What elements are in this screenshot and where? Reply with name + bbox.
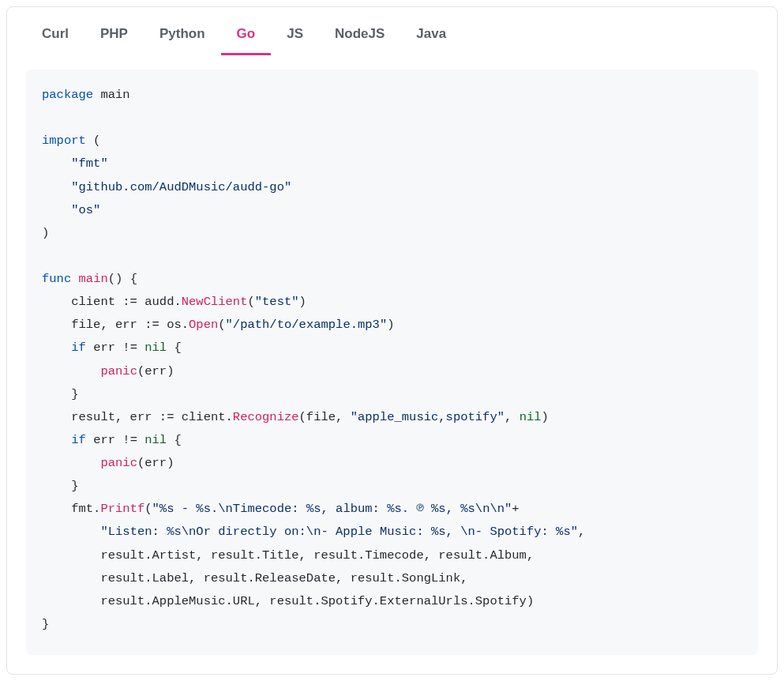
code-token-plain: result.Label, result.ReleaseDate, result… (42, 571, 468, 585)
code-token-plain: ) (387, 318, 394, 332)
code-token-kw: func (42, 272, 71, 286)
code-example-card: CurlPHPPythonGoJSNodeJSJava package main… (6, 6, 778, 675)
code-token-str: "test" (255, 295, 299, 309)
code-token-kw: package (42, 88, 93, 102)
code-token-builtin: nil (520, 410, 542, 424)
code-token-plain: (err) (137, 364, 174, 378)
code-token-plain (42, 456, 100, 470)
code-token-plain: fmt. (42, 502, 100, 516)
code-token-plain: } (42, 617, 49, 631)
code-token-plain: { (167, 341, 182, 355)
code-token-kw: import (42, 134, 86, 148)
code-token-str: "%s - %s.\nTimecode: %s, album: %s. ℗ %s… (152, 502, 512, 516)
code-token-plain: ( (247, 295, 254, 309)
code-token-kw: if (71, 341, 86, 355)
code-token-str: "/path/to/example.mp3" (226, 318, 388, 332)
code-token-str: "Listen: %s\nOr directly on:\n- Apple Mu… (100, 525, 578, 539)
code-token-str: "fmt" (71, 156, 108, 171)
code-token-str: "os" (71, 203, 100, 217)
code-token-plain: client := audd. (42, 295, 182, 309)
code-token-str: "apple_music,spotify" (351, 410, 505, 424)
code-token-plain: result.Artist, result.Title, result.Time… (42, 548, 534, 563)
code-token-plain (42, 433, 71, 447)
code-token-fn: Recognize (233, 410, 299, 424)
code-token-plain: } (42, 479, 79, 493)
code-token-fn: NewClient (182, 295, 248, 309)
code-token-plain: (err) (137, 456, 174, 470)
code-token-plain: ) (42, 226, 49, 240)
code-token-str: "github.com/AudDMusic/audd-go" (71, 180, 291, 194)
tab-js[interactable]: JS (271, 18, 319, 55)
code-block: package main import ( "fmt" "github.com/… (26, 70, 758, 655)
code-token-fn: Open (189, 318, 218, 332)
tab-php[interactable]: PHP (84, 18, 144, 55)
code-token-plain: , (578, 525, 585, 539)
tab-nodejs[interactable]: NodeJS (319, 18, 400, 55)
code-token-builtin: nil (144, 341, 167, 355)
code-token-builtin: nil (144, 433, 167, 447)
code-token-fn: main (79, 272, 108, 286)
code-token-kw: if (71, 433, 86, 447)
code-token-plain: result, err := client. (42, 410, 233, 424)
tab-java[interactable]: Java (400, 18, 462, 55)
code-token-plain: { (167, 433, 182, 447)
code-token-plain: ) (542, 410, 549, 424)
code-token-plain: () { (108, 272, 137, 286)
code-token-fn: panic (100, 364, 137, 378)
code-token-plain (71, 272, 78, 286)
code-token-plain (42, 364, 100, 378)
code-token-plain: (file, (299, 410, 351, 424)
language-tabs: CurlPHPPythonGoJSNodeJSJava (26, 18, 758, 55)
code-token-plain: } (42, 387, 79, 401)
tab-python[interactable]: Python (144, 18, 221, 55)
code-token-plain (42, 203, 71, 217)
code-token-plain: result.AppleMusic.URL, result.Spotify.Ex… (42, 594, 534, 608)
code-token-plain: file, err := os. (42, 318, 189, 332)
code-token-plain: ( (218, 318, 225, 332)
code-token-plain (42, 180, 71, 194)
code-token-plain (42, 525, 100, 539)
code-token-plain: err != (86, 341, 144, 355)
code-token-plain: , (505, 410, 520, 424)
code-token-fn: Printf (100, 502, 144, 516)
code-token-plain (42, 156, 71, 171)
tab-go[interactable]: Go (221, 18, 272, 55)
code-token-fn: panic (100, 456, 137, 470)
code-token-plain: ( (86, 134, 101, 148)
code-token-plain: ) (299, 295, 306, 309)
code-token-plain: + (512, 502, 519, 516)
code-token-plain: main (93, 88, 130, 102)
code-token-plain: ( (144, 502, 152, 516)
tab-curl[interactable]: Curl (26, 18, 84, 55)
code-token-plain: err != (86, 433, 144, 447)
code-token-plain (42, 341, 71, 355)
